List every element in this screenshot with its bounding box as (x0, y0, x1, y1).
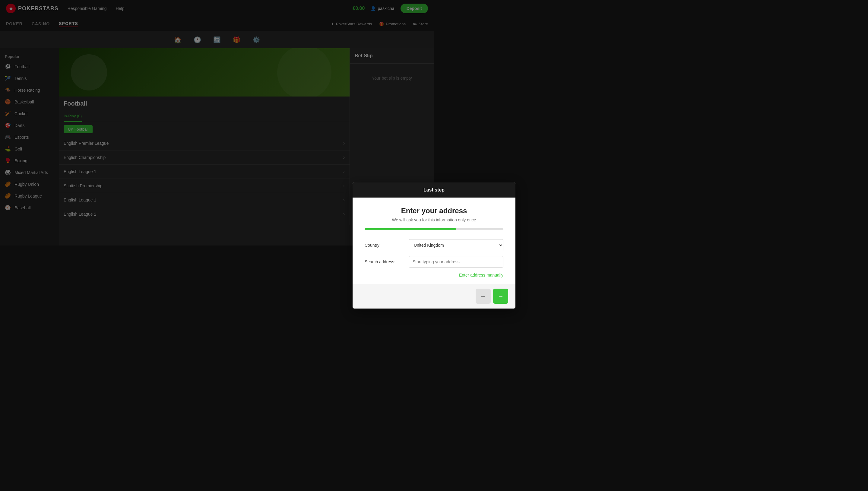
modal: Last step Enter your address We will ask… (353, 182, 434, 246)
country-label: Country: (365, 243, 404, 246)
modal-body: Enter your address We will ask you for t… (353, 198, 434, 246)
modal-title: Enter your address (365, 207, 434, 215)
modal-header: Last step (353, 182, 434, 198)
progress-bar-fill (365, 228, 434, 230)
modal-overlay: Last step Enter your address We will ask… (0, 0, 434, 246)
country-field-row: Country: United Kingdom (365, 239, 434, 246)
progress-bar-track (365, 228, 434, 230)
modal-subtitle: We will ask you for this information onl… (365, 218, 434, 222)
country-select[interactable]: United Kingdom (409, 239, 434, 246)
